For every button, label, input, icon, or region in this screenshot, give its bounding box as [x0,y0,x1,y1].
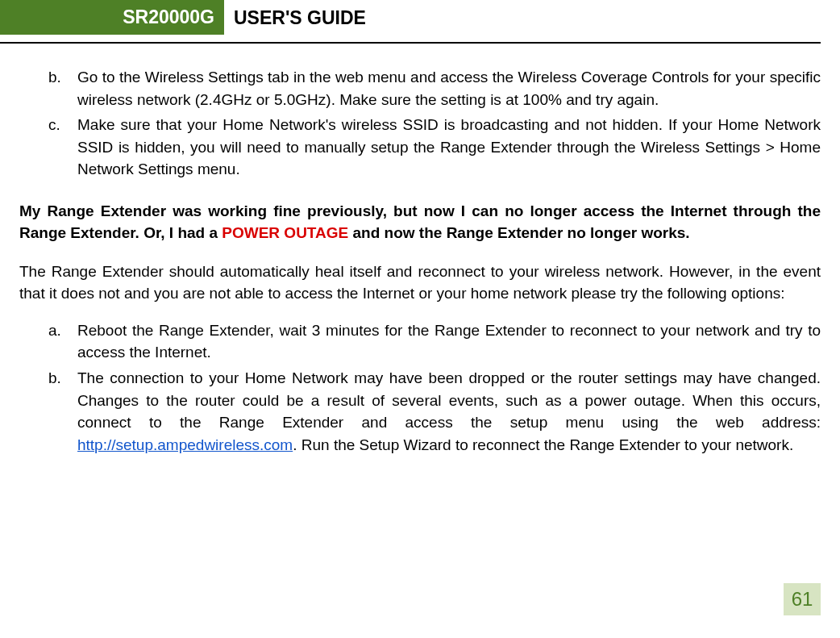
list-text: Reboot the Range Extender, wait 3 minute… [77,322,821,361]
list-marker: b. [48,66,69,89]
list-marker: b. [48,367,69,390]
list-item: a. Reboot the Range Extender, wait 3 min… [19,319,821,364]
intro-text: The Range Extender should automatically … [19,263,821,302]
header-model-badge: SR20000G [0,0,224,35]
section-heading: My Range Extender was working fine previ… [19,200,821,244]
heading-red-text: POWER OUTAGE [222,224,348,241]
page-number-badge: 61 [784,583,821,615]
page-content: b. Go to the Wireless Settings tab in th… [0,44,840,456]
setup-link[interactable]: http://setup.ampedwireless.com [77,436,293,453]
list-text: Go to the Wireless Settings tab in the w… [77,69,821,108]
header-title-text: USER'S GUIDE [234,5,366,31]
troubleshoot-list-1: b. Go to the Wireless Settings tab in th… [19,66,821,181]
heading-after-red: and now the Range Extender no longer wor… [348,224,689,241]
list-text-after-link: . Run the Setup Wizard to reconnect the … [293,436,793,453]
list-marker: a. [48,319,69,342]
list-marker: c. [48,114,69,136]
header-title: USER'S GUIDE [234,0,366,37]
troubleshoot-list-2: a. Reboot the Range Extender, wait 3 min… [19,319,821,456]
page-number: 61 [792,586,813,614]
header-model-text: SR20000G [123,4,214,31]
list-item: b. The connection to your Home Network m… [19,367,821,456]
list-text: Make sure that your Home Network's wirel… [77,116,821,177]
page-header: SR20000G USER'S GUIDE [0,0,821,44]
list-item: b. Go to the Wireless Settings tab in th… [19,66,821,111]
intro-paragraph: The Range Extender should automatically … [19,261,821,305]
list-text-before-link: The connection to your Home Network may … [77,369,821,431]
list-item: c. Make sure that your Home Network's wi… [19,114,821,181]
